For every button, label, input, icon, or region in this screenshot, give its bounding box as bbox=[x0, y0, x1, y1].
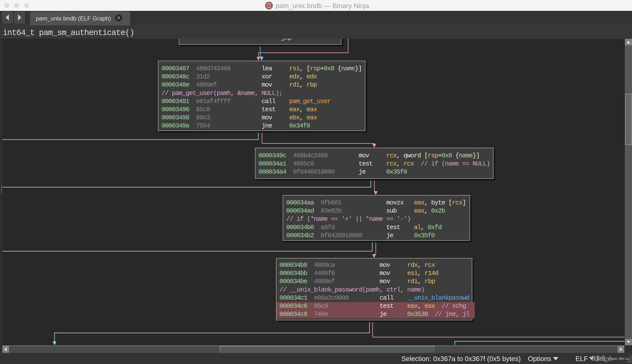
svg-text:( bobao.360.cn ): ( bobao.360.cn ) bbox=[605, 356, 630, 360]
